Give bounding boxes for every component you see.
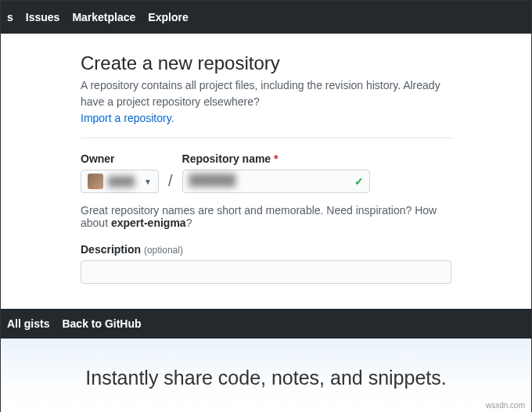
gist-hero: Instantly share code, notes, and snippet…	[1, 339, 531, 412]
gist-hero-title: Instantly share code, notes, and snippet…	[1, 367, 531, 389]
page-title: Create a new repository	[81, 52, 451, 74]
repo-name-label: Repository name *	[182, 152, 370, 165]
chevron-down-icon: ▼	[144, 177, 152, 186]
owner-name-blurred: ████	[108, 176, 144, 187]
nav-link-back-to-github[interactable]: Back to GitHub	[62, 317, 141, 330]
nav-link-marketplace[interactable]: Marketplace	[72, 11, 135, 23]
repo-name-group: Repository name * ██████ ✓	[182, 152, 370, 193]
repo-name-input[interactable]: ██████	[182, 170, 370, 193]
top-nav: s Issues Marketplace Explore	[1, 1, 531, 34]
nav-link-explore[interactable]: Explore	[148, 11, 188, 23]
slash-separator: /	[165, 172, 176, 193]
divider	[81, 138, 451, 138]
nav-link-requests[interactable]: s	[7, 11, 13, 23]
nav-link-issues[interactable]: Issues	[26, 11, 60, 23]
watermark: wsxdn.com	[486, 401, 525, 410]
page-subtitle: A repository contains all project files,…	[81, 77, 451, 127]
check-icon: ✓	[354, 175, 364, 188]
avatar	[88, 174, 103, 189]
owner-group: Owner ████ ▼	[81, 152, 159, 193]
owner-label: Owner	[81, 152, 159, 165]
repo-name-hint: Great repository names are short and mem…	[81, 204, 451, 229]
description-label: Description (optional)	[81, 243, 451, 256]
import-repo-link[interactable]: Import a repository.	[81, 112, 174, 124]
create-repo-form: Create a new repository A repository con…	[1, 34, 531, 299]
description-input[interactable]	[81, 260, 451, 284]
nav-link-all-gists[interactable]: All gists	[7, 317, 49, 330]
gist-nav: All gists Back to GitHub	[1, 309, 531, 339]
owner-select[interactable]: ████ ▼	[81, 170, 159, 193]
